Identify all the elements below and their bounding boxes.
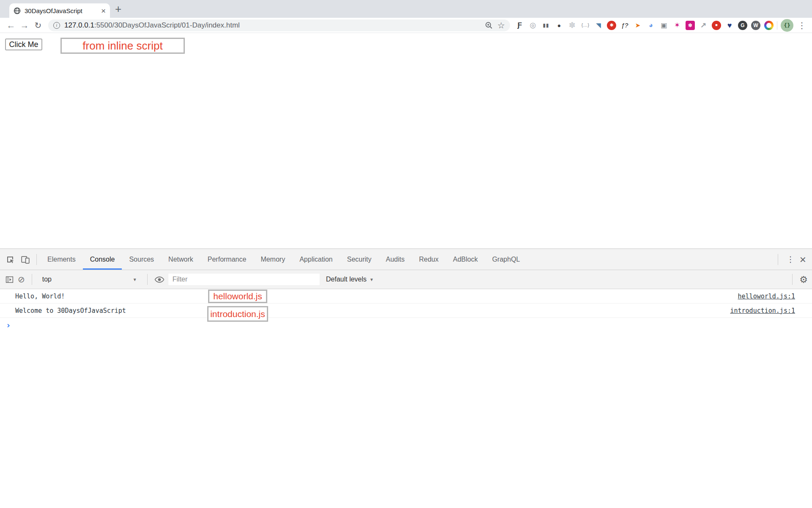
console-toolbar: ⊘ top ▼ Default levels ▼ ⚙ [0,270,812,289]
console-settings-gear-icon[interactable]: ⚙ [799,274,808,285]
console-prompt-row[interactable]: › [0,318,812,332]
console-sidebar-toggle-icon[interactable] [4,274,14,284]
userscript-f-icon[interactable]: Ƒ [515,21,524,30]
tab-title: 30DaysOfJavaScript [25,7,97,14]
console-message-row: Welcome to 30DaysOfJavaScript introducti… [0,304,812,318]
tab-audits[interactable]: Audits [379,249,411,270]
controls-divider [778,254,778,265]
tab-redux[interactable]: Redux [412,249,446,270]
console-source-link[interactable]: introduction.js:1 [730,307,795,315]
browser-tab[interactable]: 30DaysOfJavaScript × [9,3,110,18]
megaphone-icon[interactable]: ➤ [633,21,642,30]
bookmark-star-icon[interactable]: ☆ [497,20,505,30]
tab-sources[interactable]: Sources [122,249,161,270]
bug-icon[interactable]: ● [554,21,564,30]
swirl-icon[interactable]: ◕ [646,21,656,30]
devtools-panel: Elements Console Sources Network Perform… [0,248,812,507]
address-bar[interactable]: i 127.0.0.1:5500/30DaysOfJavaScript/01-D… [48,19,510,31]
heart-search-icon[interactable]: ♥ [725,21,734,30]
devtools-menu-icon[interactable]: ⋮ [787,254,795,264]
profile-avatar[interactable]: {} [781,19,793,32]
console-message-text: Welcome to 30DaysOfJavaScript [15,307,126,315]
pink-gear-icon[interactable]: ✽ [686,21,695,30]
frame-context-select[interactable]: top ▼ [39,276,140,283]
inline-script-banner: from inline script [60,38,185,54]
extensions-bar: Ƒ ◎ ▮▮ ● ✽ {…} ◥ ✱ ƒ? ➤ ◕ ▣ ✶ ✽ ↗ ■ ♥ G … [515,21,774,30]
toolbar-divider-2 [147,274,148,285]
chevron-down-icon: ▼ [370,277,374,282]
device-toolbar-icon[interactable] [20,254,30,265]
site-info-icon[interactable]: i [53,22,60,29]
tab-memory[interactable]: Memory [253,249,292,270]
eyedropper-icon[interactable]: ◥ [594,21,603,30]
tab-performance[interactable]: Performance [200,249,254,270]
zoom-icon[interactable] [485,21,493,30]
tab-network[interactable]: Network [161,249,200,270]
devtools-close-icon[interactable]: × [800,254,806,265]
wave-w-icon[interactable]: W [751,21,760,30]
console-annotation-box: helloworld.js [208,290,267,303]
globe-favicon-icon [14,7,21,14]
toolbar-divider-1 [32,274,32,285]
tab-elements[interactable]: Elements [40,249,83,270]
frame-context-value: top [42,276,52,283]
url-host: 127.0.0.1 [64,21,94,29]
log-levels-value: Default levels [326,276,367,283]
tab-application[interactable]: Application [292,249,340,270]
camera-icon[interactable]: ▣ [659,21,669,30]
corner-arrow-icon[interactable]: ↗ [699,21,708,30]
recorder-icon[interactable]: ■ [712,21,721,30]
console-source-link[interactable]: helloworld.js:1 [738,293,795,300]
devtools-tabs: Elements Console Sources Network Perform… [40,249,527,270]
tab-security[interactable]: Security [340,249,379,270]
browser-tab-strip: 30DaysOfJavaScript × + [0,0,812,18]
tabbar-divider [36,254,37,265]
clear-console-icon[interactable]: ⊘ [18,274,25,284]
tab-close-icon[interactable]: × [101,7,106,15]
dark-g-icon[interactable]: G [738,21,747,30]
tab-graphql[interactable]: GraphQL [485,249,527,270]
tab-adblock[interactable]: AdBlock [446,249,485,270]
flower-icon[interactable]: ✽ [568,21,577,30]
back-icon[interactable]: ← [4,20,18,30]
tab-console[interactable]: Console [83,249,122,270]
toolbar-divider-3 [792,274,793,285]
console-filter-input[interactable] [168,273,320,286]
console-message-row: Hello, World! helloworld.js:1 [0,289,812,304]
inspect-element-icon[interactable] [5,254,15,265]
console-message-text: Hello, World! [15,293,65,300]
toolbar-divider [777,21,777,30]
log-levels-select[interactable]: Default levels ▼ [326,276,374,283]
devtools-tab-bar: Elements Console Sources Network Perform… [0,249,812,270]
chevron-down-icon: ▼ [133,277,137,282]
live-expression-eye-icon[interactable] [154,274,165,284]
url-text[interactable]: 127.0.0.1:5500/30DaysOfJavaScript/01-Day… [64,21,480,30]
web-page-content: Click Me from inline script [0,33,812,248]
pink-star-icon[interactable]: ✶ [672,21,682,30]
reload-icon[interactable]: ↻ [31,20,45,30]
columns-icon[interactable]: ▮▮ [541,21,551,30]
browser-menu-icon[interactable]: ⋮ [798,20,806,30]
new-tab-button[interactable]: + [115,3,121,16]
color-wheel-icon[interactable] [764,21,774,30]
braces-ellipsis-icon[interactable]: {…} [581,21,590,30]
devtools-window-controls: ⋮ × [774,254,812,265]
console-prompt-chevron-icon: › [6,320,11,330]
stop-hand-icon[interactable]: ✱ [607,21,616,30]
browser-toolbar: ← → ↻ i 127.0.0.1:5500/30DaysOfJavaScrip… [0,18,812,33]
console-annotation-box: introduction.js [207,306,268,322]
forward-icon[interactable]: → [18,20,31,30]
console-messages: Hello, World! helloworld.js:1 Welcome to… [0,289,812,332]
click-me-button[interactable]: Click Me [5,39,42,50]
url-path: :5500/30DaysOfJavaScript/01-Day/index.ht… [94,21,240,29]
function-question-icon[interactable]: ƒ? [620,21,629,30]
orbit-icon[interactable]: ◎ [528,21,538,30]
